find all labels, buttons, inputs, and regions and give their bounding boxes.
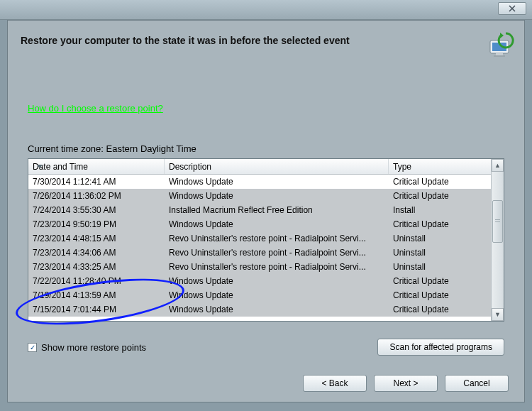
close-icon: [509, 5, 516, 12]
cell-date: 7/26/2014 11:36:02 PM: [28, 191, 165, 201]
table-row[interactable]: 7/23/2014 4:34:06 AMRevo Uninstaller's r…: [28, 246, 491, 260]
close-button[interactable]: [498, 2, 526, 15]
table-row[interactable]: 7/22/2014 11:28:40 PMWindows UpdateCriti…: [28, 274, 491, 288]
table-row[interactable]: 7/19/2014 4:13:59 AMWindows UpdateCritic…: [28, 288, 491, 302]
cancel-button[interactable]: Cancel: [445, 375, 509, 392]
svg-rect-2: [496, 53, 503, 55]
cell-type: Uninstall: [389, 234, 491, 243]
table-rows: 7/30/2014 1:12:41 AMWindows UpdateCritic…: [28, 175, 491, 317]
cell-type: Critical Update: [389, 276, 491, 286]
column-header-type[interactable]: Type: [389, 159, 491, 174]
scroll-down-button[interactable]: ▼: [492, 308, 504, 321]
scroll-track[interactable]: [492, 172, 504, 308]
show-more-label: Show more restore points: [41, 342, 146, 353]
cell-type: Uninstall: [389, 248, 491, 258]
wizard-panel: Restore your computer to the state it wa…: [7, 20, 525, 402]
show-more-checkbox[interactable]: ✓: [28, 343, 37, 352]
show-more-checkbox-wrap: ✓ Show more restore points: [28, 342, 146, 353]
scroll-up-button[interactable]: ▲: [492, 159, 504, 172]
cell-date: 7/23/2014 4:33:25 AM: [28, 262, 165, 272]
cell-description: Installed Macrium Reflect Free Edition: [165, 205, 389, 215]
cell-date: 7/23/2014 4:48:15 AM: [28, 234, 165, 243]
header-band: Restore your computer to the state it wa…: [8, 21, 524, 75]
timezone-value: Eastern Daylight Time: [106, 143, 196, 154]
below-table-row: ✓ Show more restore points Scan for affe…: [28, 339, 504, 356]
next-button[interactable]: Next >: [374, 375, 438, 392]
cell-description: Windows Update: [165, 191, 389, 201]
page-title: Restore your computer to the state it wa…: [21, 35, 511, 46]
table-row[interactable]: 7/26/2014 11:36:02 PMWindows UpdateCriti…: [28, 189, 491, 203]
cell-description: Revo Uninstaller's restore point - Radia…: [165, 234, 389, 243]
cell-description: Windows Update: [165, 305, 389, 314]
back-button[interactable]: < Back: [303, 375, 367, 392]
table-body: Date and Time Description Type 7/30/2014…: [28, 159, 491, 321]
cell-date: 7/15/2014 7:01:44 PM: [28, 305, 165, 314]
cell-type: Critical Update: [389, 305, 491, 314]
table-row[interactable]: 7/24/2014 3:55:30 AMInstalled Macrium Re…: [28, 203, 491, 217]
table-row[interactable]: 7/23/2014 4:48:15 AMRevo Uninstaller's r…: [28, 231, 491, 246]
content-area: How do I choose a restore point? Current…: [28, 103, 504, 358]
vertical-scrollbar[interactable]: ▲ ▼: [491, 159, 504, 321]
table-row[interactable]: 7/15/2014 7:01:44 PMWindows UpdateCritic…: [28, 302, 491, 317]
svg-rect-3: [494, 55, 505, 57]
title-bar: [0, 0, 532, 20]
cell-date: 7/23/2014 4:34:06 AM: [28, 248, 165, 258]
help-link[interactable]: How do I choose a restore point?: [28, 103, 163, 114]
system-restore-icon: [487, 31, 516, 59]
cell-date: 7/30/2014 1:12:41 AM: [28, 177, 165, 187]
cell-type: Uninstall: [389, 262, 491, 272]
cell-description: Windows Update: [165, 290, 389, 300]
cell-type: Critical Update: [389, 219, 491, 229]
column-header-date[interactable]: Date and Time: [28, 159, 165, 174]
cell-type: Critical Update: [389, 191, 491, 201]
cell-date: 7/24/2014 3:55:30 AM: [28, 205, 165, 215]
cell-type: Install: [389, 205, 491, 215]
cell-date: 7/23/2014 9:50:19 PM: [28, 219, 165, 229]
table-header: Date and Time Description Type: [28, 159, 491, 175]
table-row[interactable]: 7/23/2014 9:50:19 PMWindows UpdateCritic…: [28, 217, 491, 231]
cell-date: 7/22/2014 11:28:40 PM: [28, 276, 165, 286]
timezone-label-text: Current time zone:: [28, 143, 106, 154]
scan-affected-programs-button[interactable]: Scan for affected programs: [377, 339, 504, 356]
cell-description: Windows Update: [165, 276, 389, 286]
cell-description: Revo Uninstaller's restore point - Radia…: [165, 248, 389, 258]
cell-description: Windows Update: [165, 219, 389, 229]
cell-description: Windows Update: [165, 177, 389, 187]
cell-type: Critical Update: [389, 177, 491, 187]
cell-description: Revo Uninstaller's restore point - Radia…: [165, 262, 389, 272]
wizard-footer: < Back Next > Cancel: [303, 375, 509, 392]
restore-points-table: Date and Time Description Type 7/30/2014…: [28, 158, 504, 322]
table-row[interactable]: 7/23/2014 4:33:25 AMRevo Uninstaller's r…: [28, 260, 491, 274]
cell-type: Critical Update: [389, 290, 491, 300]
scroll-thumb[interactable]: [492, 200, 503, 243]
cell-date: 7/19/2014 4:13:59 AM: [28, 290, 165, 300]
column-header-description[interactable]: Description: [165, 159, 389, 174]
timezone-label: Current time zone: Eastern Daylight Time: [28, 143, 504, 154]
table-row[interactable]: 7/30/2014 1:12:41 AMWindows UpdateCritic…: [28, 175, 491, 189]
